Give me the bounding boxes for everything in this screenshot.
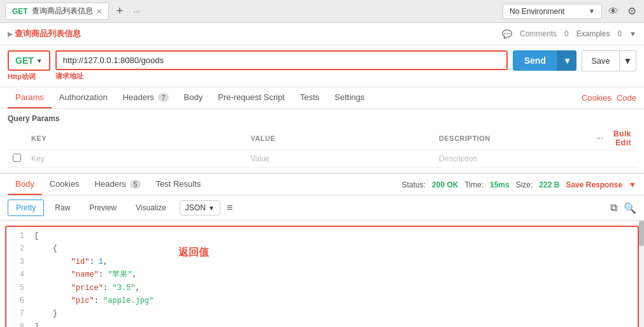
status-label: Status: — [402, 180, 426, 189]
env-label: No Environment — [510, 7, 586, 16]
tab-close-icon[interactable]: × — [97, 7, 102, 16]
json-output: 1 [ 2 { 3 "id": 1, 4 "name": "苹果", 5 "pr… — [0, 221, 644, 327]
params-title: Query Params — [8, 114, 636, 123]
resp-tab-headers-badge: 5 — [130, 180, 140, 189]
table-row: Key Value Description — [8, 150, 636, 168]
req-tabs: Params Authorization Headers 7 Body Pre-… — [0, 87, 644, 109]
comments-count: 0 — [564, 29, 569, 38]
json-line-6: 6 "pic": "apple.jpg" — [6, 294, 638, 307]
save-button[interactable]: Save — [582, 50, 620, 71]
tab-more-button[interactable]: ··· — [131, 5, 143, 17]
method-select-wrap: GET ▼ Http动词 — [8, 50, 50, 82]
params-section: Query Params KEY VALUE DESCRIPTION ··· B… — [0, 109, 644, 173]
url-input-row — [55, 50, 508, 70]
param-checkbox[interactable] — [13, 154, 21, 162]
url-wrap: 请求地址 — [55, 50, 508, 81]
tab-prerequest-label: Pre-request Script — [218, 92, 285, 102]
json-line-2: 2 { — [6, 242, 638, 255]
resp-sub-tab-preview[interactable]: Preview — [81, 200, 125, 216]
tab-params[interactable]: Params — [8, 87, 52, 108]
save-response-button[interactable]: Save Response — [566, 180, 622, 189]
breadcrumb[interactable]: 查询商品列表信息 — [8, 28, 81, 40]
status-value: 200 OK — [432, 180, 458, 189]
line-num-1: 1 — [6, 229, 32, 242]
method-select[interactable]: GET ▼ — [8, 50, 50, 71]
tab-authorization[interactable]: Authorization — [52, 87, 115, 108]
th-description: DESCRIPTION — [434, 127, 591, 150]
resp-sub-tab-visualize[interactable]: Visualize — [127, 200, 175, 216]
scrollbar-thumb[interactable] — [639, 221, 644, 246]
resp-status: Status: 200 OK Time: 15ms Size: 222 B Sa… — [402, 180, 636, 189]
send-button[interactable]: Send — [513, 50, 557, 71]
save-response-arrow-icon[interactable]: ▼ — [629, 180, 636, 189]
search-icon[interactable]: 🔍 — [624, 202, 636, 214]
line-num-2: 2 — [6, 242, 32, 255]
resp-tab-cookies[interactable]: Cookies — [42, 174, 87, 195]
env-dropdown[interactable]: No Environment ▼ — [503, 4, 602, 19]
resp-sub-tabs: Pretty Raw Preview Visualize JSON ▼ ≡ ⧉ … — [0, 196, 644, 221]
tab-body[interactable]: Body — [176, 87, 211, 108]
row-extra — [608, 150, 636, 168]
url-label: 请求地址 — [55, 71, 508, 81]
format-arrow-icon: ▼ — [208, 205, 215, 212]
send-dropdown-button[interactable]: ▼ — [557, 50, 576, 71]
json-line-7: 7 } — [6, 307, 638, 320]
url-input[interactable] — [57, 52, 506, 69]
tab-settings[interactable]: Settings — [327, 87, 372, 108]
top-bar: GET 查询商品列表信息 × + ··· No Environment ▼ 👁 … — [0, 0, 644, 23]
save-dropdown-button[interactable]: ▼ — [620, 50, 636, 71]
line-content-8: ] — [32, 321, 638, 327]
breadcrumb-bar: 查询商品列表信息 💬 Comments 0 Examples 0 ▼ — [0, 23, 644, 45]
cookies-link[interactable]: Cookies — [582, 93, 612, 103]
resp-tab-cookies-label: Cookies — [50, 179, 80, 189]
tab-tests[interactable]: Tests — [292, 87, 327, 108]
th-bulk-edit[interactable]: Bulk Edit — [608, 127, 636, 150]
resp-sub-tab-raw-label: Raw — [55, 203, 70, 212]
wrap-icon[interactable]: ≡ — [227, 202, 233, 214]
resp-tab-body[interactable]: Body — [8, 174, 42, 195]
resp-tab-test-results[interactable]: Test Results — [148, 174, 209, 195]
line-content-1: [ — [32, 229, 638, 242]
size-value: 222 B — [539, 180, 559, 189]
json-line-3: 3 "id": 1, — [6, 256, 638, 268]
json-area: 1 [ 2 { 3 "id": 1, 4 "name": "苹果", 5 "pr… — [5, 226, 639, 327]
row-checkbox[interactable] — [8, 150, 26, 168]
bulk-edit-button[interactable]: Bulk Edit — [613, 129, 631, 147]
tab-settings-label: Settings — [334, 92, 364, 102]
resp-sub-tab-visualize-label: Visualize — [136, 203, 166, 212]
request-bar: GET ▼ Http动词 请求地址 Send ▼ Save ▼ — [0, 45, 644, 87]
examples-arrow-icon[interactable]: ▼ — [629, 30, 636, 38]
size-label: Size: — [516, 180, 533, 189]
line-content-4: "name": "苹果", — [32, 268, 638, 281]
tab-title: 查询商品列表信息 — [32, 6, 93, 17]
row-key[interactable]: Key — [26, 150, 245, 168]
row-description[interactable]: Description — [434, 150, 591, 168]
row-value[interactable]: Value — [245, 150, 434, 168]
resp-sub-tab-pretty[interactable]: Pretty — [8, 200, 44, 216]
line-content-6: "pic": "apple.jpg" — [32, 294, 638, 307]
comments-icon: 💬 — [502, 29, 512, 39]
resp-tab-headers[interactable]: Headers 5 — [87, 174, 148, 195]
method-value: GET — [15, 55, 34, 66]
time-label: Time: — [464, 180, 483, 189]
tab-headers[interactable]: Headers 7 — [115, 87, 176, 108]
line-num-3: 3 — [6, 256, 32, 268]
request-tab[interactable]: GET 查询商品列表信息 × — [5, 3, 109, 20]
line-num-5: 5 — [6, 282, 32, 294]
th-checkbox — [8, 127, 26, 150]
copy-icon[interactable]: ⧉ — [610, 202, 617, 214]
scrollbar-track[interactable] — [639, 221, 644, 327]
comments-label: Comments — [520, 29, 557, 38]
line-content-7: } — [32, 307, 638, 320]
tab-prerequest[interactable]: Pre-request Script — [210, 87, 292, 108]
examples-label[interactable]: Examples — [576, 29, 610, 38]
code-link[interactable]: Code — [617, 93, 636, 103]
format-select[interactable]: JSON ▼ — [180, 200, 220, 215]
resp-tab-headers-label: Headers — [95, 179, 126, 189]
time-value: 15ms — [490, 180, 510, 189]
req-tab-right: Cookies Code — [582, 93, 636, 103]
eye-icon[interactable]: 👁 — [606, 3, 621, 20]
resp-sub-tab-raw[interactable]: Raw — [47, 200, 78, 216]
tab-add-button[interactable]: + — [113, 3, 127, 19]
gear-icon[interactable]: ⚙ — [625, 3, 639, 20]
